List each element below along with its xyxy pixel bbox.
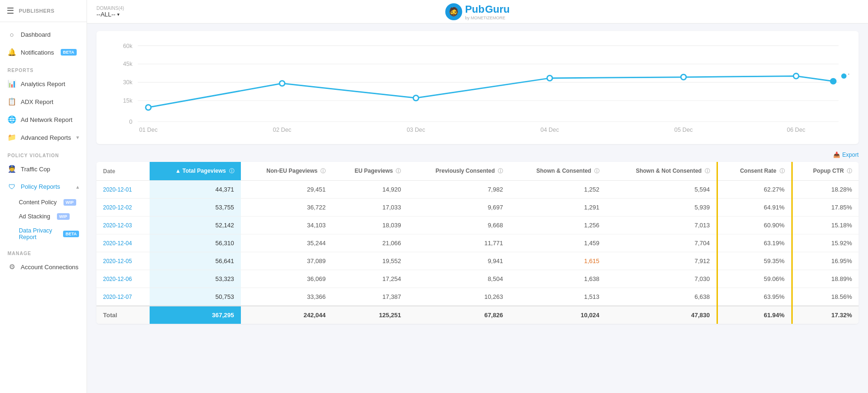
table-row: 2020-12-07 50,753 33,366 17,387 10,263 1…: [96, 288, 859, 306]
table-body: 2020-12-01 44,371 29,451 14,920 7,982 1,…: [96, 181, 859, 306]
footer-prev-consented: 67,826: [407, 306, 510, 324]
sidebar-item-content-policy[interactable]: Content Policy WIP: [15, 195, 87, 209]
sidebar-item-ad-stacking[interactable]: Ad Stacking WIP: [15, 209, 87, 224]
cell-consent-rate: 60.90%: [717, 217, 792, 234]
cell-popup-ctr: 18.89%: [792, 270, 859, 288]
shown-not-info-icon: ⓘ: [705, 168, 710, 174]
table-footer: Total 367,295 242,044 125,251 67,826 10,…: [96, 306, 859, 324]
analytics-icon: 📊: [8, 80, 16, 88]
col-prev-consented: Previously Consented ⓘ: [407, 162, 510, 181]
logo-sub: by MONETIZEMORE: [465, 16, 510, 20]
svg-text:15k: 15k: [123, 97, 133, 104]
cell-shown-not: 7,013: [606, 217, 717, 234]
sidebar-item-account[interactable]: ⚙ Account Connections: [0, 258, 87, 276]
sidebar-item-analytics[interactable]: 📊 Analytics Report: [0, 75, 87, 93]
sidebar-item-data-privacy[interactable]: Data Privacy Report BETA: [15, 224, 87, 244]
footer-consent-rate: 61.94%: [717, 306, 792, 324]
svg-point-20: [681, 74, 686, 80]
cell-shown-not: 5,594: [606, 181, 717, 199]
footer-label: Total: [96, 306, 150, 324]
cell-total: 53,755: [150, 199, 241, 217]
cell-eu: 17,033: [332, 199, 407, 217]
cell-eu: 17,254: [332, 270, 407, 288]
cell-shown-consented: 1,459: [510, 234, 606, 252]
cell-eu: 18,039: [332, 217, 407, 234]
content-policy-badge: WIP: [64, 199, 76, 206]
sidebar-label-data-privacy: Data Privacy Report: [19, 227, 56, 241]
sidebar-item-advanced[interactable]: 📁 Advanced Reports ▾: [0, 128, 87, 146]
cell-popup-ctr: 18.28%: [792, 181, 859, 199]
sidebar-item-adnetwork[interactable]: 🌐 Ad Network Report: [0, 111, 87, 128]
sidebar-item-dashboard[interactable]: ○ Dashboard: [0, 26, 87, 43]
cell-total: 56,641: [150, 252, 241, 270]
cell-shown-consented: 1,513: [510, 288, 606, 306]
sidebar-label-ad-stacking: Ad Stacking: [19, 213, 50, 220]
content-area: 60k 45k 30k 15k 0 01 Dec 02 Dec 03 Dec 0…: [87, 24, 868, 393]
cell-popup-ctr: 15.18%: [792, 217, 859, 234]
export-button[interactable]: 📥 Export: [833, 152, 859, 158]
table-row: 2020-12-01 44,371 29,451 14,920 7,982 1,…: [96, 181, 859, 199]
cell-total: 44,371: [150, 181, 241, 199]
table-row: 2020-12-06 53,323 36,069 17,254 8,504 1,…: [96, 270, 859, 288]
sidebar-item-policy-reports[interactable]: 🛡 Policy Reports ▴: [0, 178, 87, 195]
cell-prev-consented: 8,504: [407, 270, 510, 288]
svg-text:03 Dec: 03 Dec: [406, 127, 425, 134]
notifications-icon: 🔔: [8, 48, 16, 56]
cell-prev-consented: 9,668: [407, 217, 510, 234]
sidebar-label-notifications: Notifications: [21, 49, 54, 56]
cell-consent-rate: 63.19%: [717, 234, 792, 252]
sidebar-item-notifications[interactable]: 🔔 Notifications BETA: [0, 43, 87, 61]
cell-shown-consented: 1,256: [510, 217, 606, 234]
svg-text:30k: 30k: [123, 79, 133, 86]
policy-section-label: POLICY VIOLATION: [0, 146, 87, 160]
cell-shown-not: 7,912: [606, 252, 717, 270]
cell-non-eu: 37,089: [241, 252, 333, 270]
footer-eu: 125,251: [332, 306, 407, 324]
svg-text:45k: 45k: [123, 61, 133, 68]
footer-non-eu: 242,044: [241, 306, 333, 324]
sidebar-label-account: Account Connections: [21, 264, 79, 271]
svg-point-21: [794, 73, 799, 79]
cell-shown-not: 7,704: [606, 234, 717, 252]
domains-selector[interactable]: DOMAINS(4) --ALL-- ▾: [96, 6, 124, 18]
cell-non-eu: 36,722: [241, 199, 333, 217]
cell-consent-rate: 63.95%: [717, 288, 792, 306]
sidebar-label-adx: ADX Report: [21, 98, 53, 105]
advanced-chevron-icon: ▾: [76, 134, 79, 141]
svg-text:Total Pageviews: Total Pageviews: [848, 73, 849, 80]
sidebar-item-adx[interactable]: 📋 ADX Report: [0, 93, 87, 111]
policy-reports-submenu: Content Policy WIP Ad Stacking WIP Data …: [0, 195, 87, 244]
cell-total: 56,310: [150, 234, 241, 252]
cell-shown-not: 6,638: [606, 288, 717, 306]
chart-container: 60k 45k 30k 15k 0 01 Dec 02 Dec 03 Dec 0…: [96, 31, 859, 144]
table-total-row: Total 367,295 242,044 125,251 67,826 10,…: [96, 306, 859, 324]
svg-text:06 Dec: 06 Dec: [787, 127, 805, 134]
sidebar-header: ☰ PUBLISHERS: [0, 0, 87, 22]
topbar: DOMAINS(4) --ALL-- ▾ 🧔 PubGuru by MONETI…: [87, 0, 868, 24]
sidebar: ☰ PUBLISHERS ○ Dashboard 🔔 Notifications…: [0, 0, 87, 393]
shown-consented-info-icon: ⓘ: [594, 168, 599, 174]
policy-chevron-icon: ▴: [76, 184, 79, 190]
domains-chevron-icon: ▾: [117, 12, 119, 17]
logo-icon: 🧔: [445, 3, 462, 20]
export-row: 📥 Export: [96, 152, 859, 158]
cell-total: 50,753: [150, 288, 241, 306]
cell-popup-ctr: 17.85%: [792, 199, 859, 217]
cell-consent-rate: 62.27%: [717, 181, 792, 199]
popup-info-icon: ⓘ: [847, 168, 852, 174]
cell-eu: 21,066: [332, 234, 407, 252]
trafficcop-icon: 👮: [8, 165, 16, 173]
cell-consent-rate: 59.35%: [717, 252, 792, 270]
svg-text:04 Dec: 04 Dec: [541, 127, 559, 134]
chart-area: 60k 45k 30k 15k 0 01 Dec 02 Dec 03 Dec 0…: [106, 40, 849, 135]
data-privacy-badge: BETA: [63, 231, 79, 237]
logo: 🧔 PubGuru by MONETIZEMORE: [445, 3, 510, 20]
cell-eu: 17,387: [332, 288, 407, 306]
adx-icon: 📋: [8, 97, 16, 106]
svg-text:60k: 60k: [123, 43, 133, 49]
svg-point-16: [146, 105, 151, 110]
hamburger-icon[interactable]: ☰: [7, 6, 14, 16]
col-total-pageviews[interactable]: ▲ Total Pageviews ⓘ: [150, 162, 241, 181]
table: Date ▲ Total Pageviews ⓘ Non-EU Pageview…: [96, 162, 859, 324]
sidebar-item-trafficcop[interactable]: 👮 Traffic Cop: [0, 160, 87, 178]
